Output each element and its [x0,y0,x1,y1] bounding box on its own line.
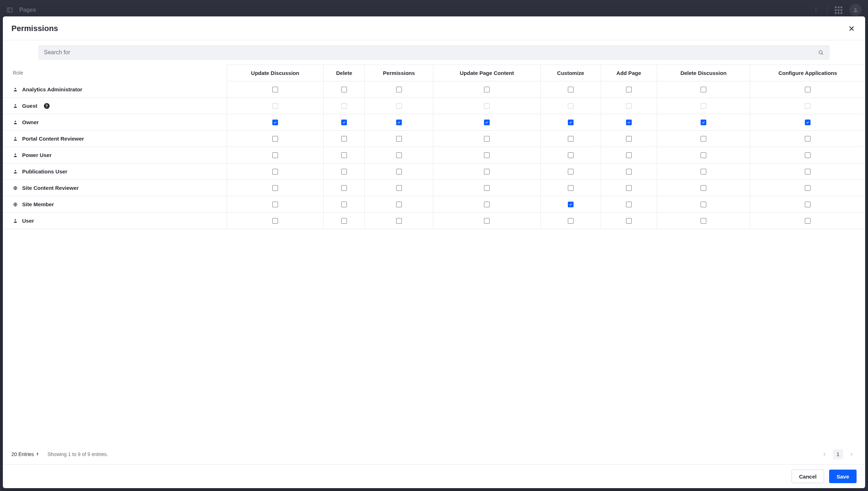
checkbox[interactable] [805,152,811,158]
checkbox[interactable] [272,87,278,92]
checkbox[interactable] [484,218,490,224]
chevron-right-icon [849,452,854,457]
checkbox[interactable] [626,136,632,142]
checkbox[interactable] [568,120,574,125]
prev-page-button[interactable] [819,449,829,459]
checkbox[interactable] [805,120,811,125]
perm-cell [433,180,541,196]
checkbox[interactable] [272,152,278,158]
perm-cell [227,196,324,213]
checkbox[interactable] [805,136,811,142]
checkbox[interactable] [396,202,402,207]
checkbox[interactable] [341,218,347,224]
next-page-button[interactable] [847,449,857,459]
checkbox[interactable] [272,218,278,224]
checkbox[interactable] [341,87,347,92]
checkbox[interactable] [396,218,402,224]
checkbox[interactable] [701,120,706,125]
checkbox[interactable] [568,169,574,174]
checkbox[interactable] [396,152,402,158]
search-section [3,40,865,65]
checkbox[interactable] [701,202,706,207]
showing-text: Showing 1 to 9 of 9 entries. [47,451,108,457]
perm-cell [750,131,865,147]
checkbox [568,103,574,109]
checkbox[interactable] [341,185,347,191]
checkbox[interactable] [341,202,347,207]
cancel-button[interactable]: Cancel [792,470,824,483]
checkbox[interactable] [484,136,490,142]
checkbox[interactable] [396,120,402,125]
checkbox[interactable] [805,185,811,191]
checkbox[interactable] [341,120,347,125]
search-input[interactable] [44,49,818,56]
checkbox[interactable] [341,169,347,174]
checkbox[interactable] [341,152,347,158]
checkbox[interactable] [568,218,574,224]
checkbox[interactable] [568,185,574,191]
entries-per-page[interactable]: 20 Entries ▲▼ [11,451,39,457]
checkbox[interactable] [626,152,632,158]
save-button[interactable]: Save [829,470,857,483]
perm-cell [433,213,541,229]
checkbox [805,103,811,109]
search-box[interactable] [39,45,829,60]
checkbox[interactable] [396,185,402,191]
role-name: Site Member [22,201,54,207]
perm-cell [365,98,433,114]
svg-point-15 [15,170,16,171]
checkbox[interactable] [701,218,706,224]
checkbox[interactable] [626,185,632,191]
perm-cell [365,196,433,213]
role-cell: Guest? [3,98,227,114]
column-header-add-page: Add Page [601,65,657,81]
checkbox[interactable] [805,169,811,174]
checkbox[interactable] [568,87,574,92]
checkbox[interactable] [484,87,490,92]
checkbox[interactable] [484,169,490,174]
help-icon[interactable]: ? [44,103,50,109]
checkbox[interactable] [805,202,811,207]
checkbox[interactable] [626,87,632,92]
checkbox[interactable] [626,218,632,224]
checkbox[interactable] [701,136,706,142]
close-button[interactable] [847,24,857,34]
checkbox[interactable] [484,185,490,191]
perm-cell [227,98,324,114]
sidebar-toggle-icon[interactable] [6,7,13,13]
checkbox[interactable] [626,202,632,207]
checkbox[interactable] [626,120,632,125]
checkbox[interactable] [701,87,706,92]
checkbox[interactable] [484,120,490,125]
checkbox[interactable] [272,185,278,191]
checkbox[interactable] [396,169,402,174]
checkbox[interactable] [272,169,278,174]
checkbox[interactable] [568,152,574,158]
checkbox[interactable] [484,152,490,158]
globe-icon [13,186,18,191]
perm-cell [540,98,601,114]
checkbox[interactable] [701,169,706,174]
checkbox[interactable] [272,202,278,207]
checkbox[interactable] [626,169,632,174]
avatar[interactable] [849,4,862,16]
role-name: Portal Content Reviewer [22,136,84,142]
checkbox[interactable] [484,202,490,207]
page-number[interactable]: 1 [833,449,843,459]
search-icon[interactable] [818,49,824,56]
checkbox[interactable] [701,152,706,158]
checkbox[interactable] [341,136,347,142]
checkbox[interactable] [568,136,574,142]
checkbox[interactable] [805,87,811,92]
checkbox[interactable] [701,185,706,191]
kebab-menu-icon[interactable] [813,7,819,13]
apps-grid-icon[interactable] [835,7,842,13]
checkbox[interactable] [272,136,278,142]
perm-cell [433,163,541,180]
checkbox [484,103,490,109]
checkbox[interactable] [396,87,402,92]
checkbox[interactable] [396,136,402,142]
checkbox[interactable] [805,218,811,224]
checkbox[interactable] [272,120,278,125]
checkbox[interactable] [568,202,574,207]
